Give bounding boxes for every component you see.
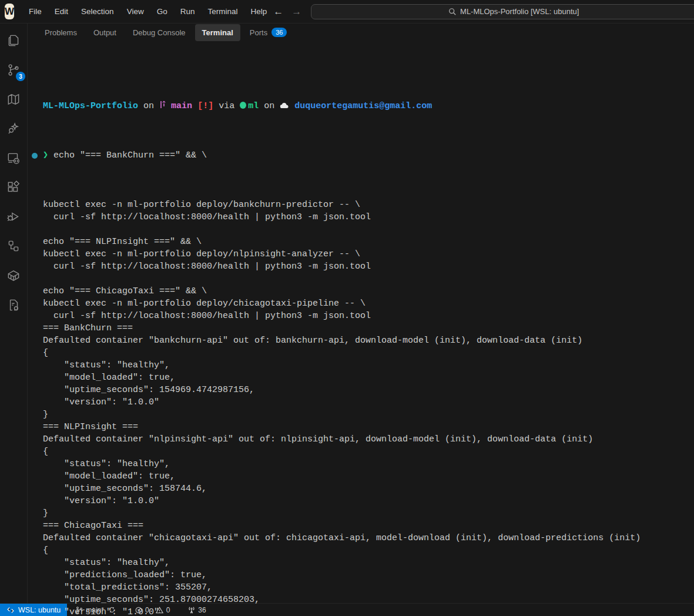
terminal-line (43, 223, 694, 236)
terminal-line: === ChicagoTaxi === (43, 520, 694, 532)
menu-run[interactable]: Run (174, 4, 202, 19)
terminal-line: curl -sf http://localhost:8000/health | … (43, 211, 694, 223)
tab-output[interactable]: Output (86, 24, 123, 41)
terminal-line: "uptime_seconds": 154969.4742987156, (43, 384, 694, 396)
forward-arrow-icon[interactable]: → (291, 6, 301, 18)
terminal-line: } (43, 507, 694, 520)
prompt-word: on (264, 101, 274, 111)
menu-help[interactable]: Help (244, 4, 273, 19)
activity-bar: 3 (0, 24, 28, 603)
terminal-line: "uptime_seconds": 158744.6, (43, 483, 694, 495)
ai-search-icon[interactable] (4, 119, 23, 138)
command-text: echo "=== BankChurn ===" && \ (53, 150, 207, 160)
command-decoration-icon[interactable] (32, 153, 38, 159)
terminal-line: "total_predictions": 355207, (43, 581, 694, 594)
title-bar: W File Edit Selection View Go Run Termin… (0, 0, 694, 24)
terminal-line: === BankChurn === (43, 322, 694, 334)
terminal-line: "version": "1.0.0" (43, 495, 694, 507)
terminal-line: Defaulted container "chicagotaxi-api" ou… (43, 532, 694, 544)
map-icon[interactable] (4, 90, 23, 109)
terminal-line: Defaulted container "nlpinsight-api" out… (43, 433, 694, 446)
menu-view[interactable]: View (120, 4, 150, 19)
terminal-line: "status": "healthy", (43, 458, 694, 470)
prompt-word: on (143, 101, 154, 111)
terminal-line: echo "=== NLPInsight ===" && \ (43, 236, 694, 248)
tab-terminal[interactable]: Terminal (195, 24, 240, 41)
terminal-line: "uptime_seconds": 251.87000274658203, (43, 594, 694, 606)
cloud-icon (280, 101, 289, 113)
tab-ports-label: Ports (250, 28, 267, 37)
explorer-icon[interactable] (4, 31, 23, 50)
source-control-icon[interactable]: 3 (4, 61, 23, 79)
terminal-line: "version": "1.0.0" (43, 396, 694, 409)
terminal-line: "status": "healthy", (43, 557, 694, 569)
prompt-dirty-flag: [!] (197, 101, 213, 111)
terminal-line: curl -sf http://localhost:8000/health | … (43, 310, 694, 322)
menu-terminal[interactable]: Terminal (201, 4, 244, 19)
file-gear-icon[interactable] (4, 296, 23, 314)
tab-problems[interactable]: Problems (38, 24, 84, 41)
container-icon[interactable] (4, 266, 23, 285)
tab-ports[interactable]: Ports 36 (243, 24, 294, 41)
terminal-line: kubectl exec -n ml-portfolio deploy/nlpi… (43, 248, 694, 260)
terminal-command-line: ❯ echo "=== BankChurn ===" && \ (43, 149, 694, 162)
command-center-label: ML-MLOps-Portfolio [WSL: ubuntu] (460, 7, 579, 16)
search-icon (448, 8, 457, 16)
git-branch-icon (159, 100, 166, 113)
prompt-project: ML-MLOps-Portfolio (43, 101, 138, 111)
remote-icon (6, 606, 15, 614)
terminal-line: { (43, 446, 694, 458)
terminal-line: "model_loaded": true, (43, 371, 694, 384)
menu-go[interactable]: Go (150, 4, 174, 19)
tab-debug-console[interactable]: Debug Console (126, 24, 193, 41)
terminal-line: { (43, 544, 694, 557)
terminal-line: kubectl exec -n ml-portfolio deploy/bank… (43, 199, 694, 211)
terminal-content[interactable]: ML-MLOps-Portfolio on main [!] via ml on… (28, 41, 694, 616)
terminal-line: Defaulted container "bankchurn-api" out … (43, 334, 694, 347)
terminal-line: curl -sf http://localhost:8000/health | … (43, 260, 694, 273)
terminal-line (43, 273, 694, 285)
panel-tab-bar: Problems Output Debug Console Terminal P… (28, 24, 694, 41)
terminal-line: "predictions_loaded": true, (43, 569, 694, 581)
prompt-chevron: ❯ (43, 150, 48, 160)
command-center-search[interactable]: ML-MLOps-Portfolio [WSL: ubuntu] (311, 4, 694, 19)
menu-selection[interactable]: Selection (75, 4, 120, 19)
prompt-email: duqueortegamutis@gmail.com (294, 101, 432, 111)
terminal-line: kubectl exec -n ml-portfolio deploy/chic… (43, 297, 694, 310)
terminal-line: echo "=== ChicagoTaxi ===" && \ (43, 285, 694, 297)
terminal-line: { (43, 347, 694, 359)
menu-edit[interactable]: Edit (48, 4, 75, 19)
terminal-prompt-line: ML-MLOps-Portfolio on main [!] via ml on… (43, 100, 694, 112)
terminal-output-lines: kubectl exec -n ml-portfolio deploy/bank… (43, 199, 694, 616)
terminal-line: "model_loaded": true, (43, 470, 694, 483)
prompt-branch: main (171, 101, 192, 111)
env-dot-icon (240, 102, 246, 109)
menu-file[interactable]: File (22, 4, 48, 19)
run-debug-icon[interactable] (4, 207, 23, 226)
app-logo: W (5, 4, 14, 19)
back-arrow-icon[interactable]: ← (273, 6, 283, 18)
hierarchy-icon[interactable] (4, 237, 23, 256)
terminal-line: === NLPInsight === (43, 421, 694, 433)
terminal-line: } (43, 409, 694, 421)
prompt-env: ml (248, 101, 259, 111)
remote-explorer-icon[interactable] (4, 149, 23, 168)
menu-bar: File Edit Selection View Go Run Terminal… (22, 4, 273, 19)
prompt-word: via (219, 101, 234, 111)
source-control-badge: 3 (16, 72, 25, 81)
ports-badge: 36 (271, 28, 287, 37)
extensions-icon[interactable] (4, 178, 23, 197)
terminal-line: "version": "1.0.0" (43, 606, 694, 616)
terminal-line: "status": "healthy", (43, 359, 694, 371)
